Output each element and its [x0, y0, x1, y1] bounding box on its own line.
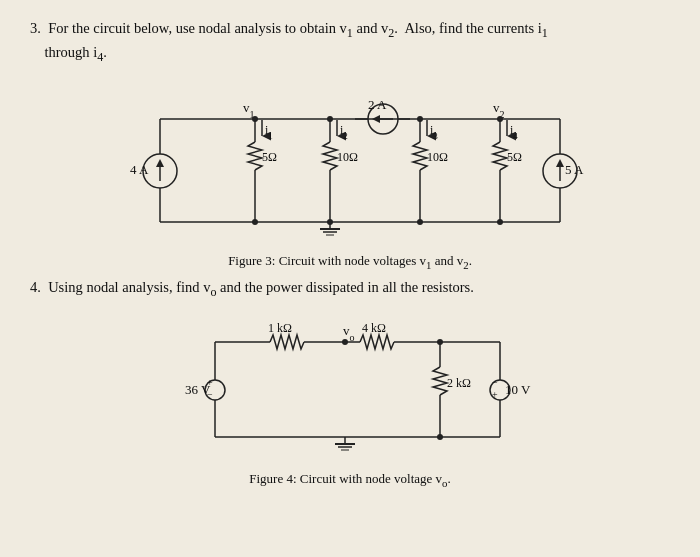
svg-text:4 A: 4 A [130, 162, 149, 177]
svg-marker-22 [372, 115, 380, 123]
svg-point-50 [252, 219, 258, 225]
problem-4: 4. Using nodal analysis, find vo and the… [30, 277, 670, 301]
svg-point-49 [497, 116, 503, 122]
svg-text:5Ω: 5Ω [262, 150, 277, 164]
page: 3. For the circuit below, use nodal anal… [0, 0, 700, 557]
svg-point-47 [327, 116, 333, 122]
circuit-1-svg: 4 A v1 i1 5Ω i2 10Ω [100, 74, 600, 249]
svg-text:−: − [492, 377, 498, 388]
figure-4-container: + − 36 V 1 kΩ vo 4 kΩ [30, 307, 670, 489]
svg-point-85 [437, 339, 443, 345]
svg-point-53 [497, 219, 503, 225]
svg-text:i3: i3 [430, 123, 438, 141]
svg-text:10 V: 10 V [505, 382, 531, 397]
figure-3-caption: Figure 3: Circuit with node voltages v1 … [228, 253, 472, 271]
svg-text:v1: v1 [243, 100, 255, 120]
figure-4-caption: Figure 4: Circuit with node voltage vo. [249, 471, 450, 489]
svg-text:10Ω: 10Ω [427, 150, 448, 164]
svg-text:36 V: 36 V [185, 382, 211, 397]
svg-text:5 A: 5 A [565, 162, 584, 177]
problem-3: 3. For the circuit below, use nodal anal… [30, 18, 670, 66]
svg-text:2 kΩ: 2 kΩ [447, 376, 471, 390]
svg-text:i1: i1 [265, 123, 273, 141]
svg-text:1 kΩ: 1 kΩ [268, 321, 292, 335]
svg-text:4 kΩ: 4 kΩ [362, 321, 386, 335]
figure-3-container: 4 A v1 i1 5Ω i2 10Ω [30, 74, 670, 271]
svg-text:10Ω: 10Ω [337, 150, 358, 164]
svg-text:i2: i2 [340, 123, 348, 141]
svg-text:i4: i4 [510, 123, 518, 141]
svg-point-51 [327, 219, 333, 225]
problem-3-text: 3. For the circuit below, use nodal anal… [30, 18, 670, 66]
circuit-2-svg: + − 36 V 1 kΩ vo 4 kΩ [160, 307, 540, 467]
svg-text:2 A: 2 A [368, 97, 387, 112]
svg-point-48 [417, 116, 423, 122]
svg-point-46 [252, 116, 258, 122]
svg-point-52 [417, 219, 423, 225]
svg-marker-39 [556, 159, 564, 167]
svg-text:5Ω: 5Ω [507, 150, 522, 164]
svg-marker-5 [156, 159, 164, 167]
svg-text:+: + [492, 389, 498, 400]
svg-point-86 [437, 434, 443, 440]
problem-4-text: 4. Using nodal analysis, find vo and the… [30, 277, 670, 301]
